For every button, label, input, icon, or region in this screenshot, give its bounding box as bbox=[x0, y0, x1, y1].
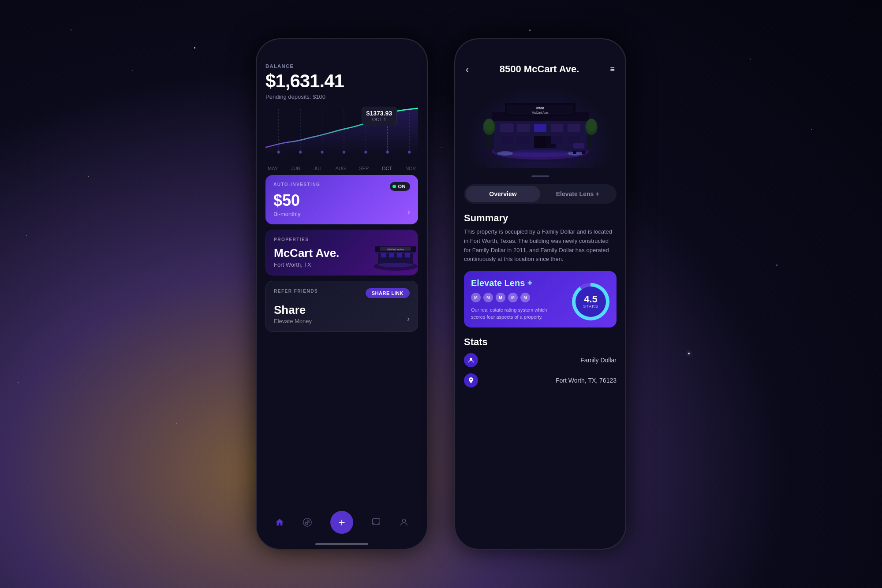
elevate-dot-4: M bbox=[508, 293, 518, 302]
elevate-dot-3: M bbox=[496, 293, 505, 302]
rating-label: STARS bbox=[583, 304, 598, 309]
elevate-dots: M M M M M bbox=[471, 293, 572, 302]
phone-notch-left bbox=[313, 39, 370, 54]
chart-months: MAY JUN JUL AUG SEP OCT NOV bbox=[265, 166, 418, 171]
svg-point-30 bbox=[403, 519, 406, 522]
svg-rect-49 bbox=[568, 136, 580, 144]
property-detail-image: 8500 McCart Ave. bbox=[464, 82, 617, 170]
month-nov: NOV bbox=[405, 166, 416, 171]
pending-deposits: Pending deposits: $100 bbox=[265, 93, 418, 100]
stat-icon-person bbox=[464, 353, 478, 367]
phone-notch-right bbox=[512, 39, 569, 54]
elevate-dot-2: M bbox=[483, 293, 493, 302]
month-sep: SEP bbox=[359, 166, 369, 171]
svg-rect-21 bbox=[381, 253, 386, 257]
stats-title: Stats bbox=[464, 336, 617, 348]
stat-tenant: Family Dollar bbox=[580, 357, 617, 364]
svg-rect-41 bbox=[517, 124, 530, 132]
right-phone: ‹ 8500 McCart Ave. ≡ bbox=[454, 38, 626, 550]
refer-chevron: › bbox=[407, 314, 410, 324]
svg-text:8500: 8500 bbox=[536, 106, 544, 110]
bottom-navigation: + bbox=[257, 505, 427, 549]
stat-icon-location bbox=[464, 373, 478, 387]
rating-number: 4.5 bbox=[584, 294, 598, 304]
svg-rect-23 bbox=[397, 253, 402, 257]
month-aug: AUG bbox=[336, 166, 346, 171]
svg-rect-42 bbox=[534, 124, 546, 132]
elevate-rating: 4.5 STARS bbox=[572, 283, 609, 320]
month-oct: OCT bbox=[382, 166, 392, 171]
auto-frequency: Bi-monthly bbox=[273, 211, 410, 217]
month-jul: JUL bbox=[314, 166, 322, 171]
tooltip-amount: $1373.93 bbox=[366, 110, 392, 117]
elevate-left: Elevate Lens + M M M M M Our real estate… bbox=[471, 278, 572, 320]
phones-container: BALANCE $1,631.41 Pending deposits: $100 bbox=[0, 0, 882, 588]
properties-card[interactable]: PROPERTIES McCart Ave. Fort Worth, TX bbox=[265, 230, 418, 275]
left-phone: BALANCE $1,631.41 Pending deposits: $100 bbox=[256, 38, 428, 550]
summary-title: Summary bbox=[464, 212, 617, 224]
svg-rect-48 bbox=[551, 136, 563, 144]
svg-rect-44 bbox=[568, 124, 580, 132]
stat-row-tenant: Family Dollar bbox=[464, 353, 617, 367]
tab-elevate-lens[interactable]: Elevate Lens + bbox=[540, 186, 615, 202]
svg-text:8500 McCart Ave.: 8500 McCart Ave. bbox=[387, 248, 404, 251]
elevate-dot-5: M bbox=[520, 293, 530, 302]
svg-point-53 bbox=[497, 151, 513, 156]
svg-point-65 bbox=[470, 358, 472, 360]
tooltip-date: OCT 1 bbox=[366, 117, 392, 122]
tab-overview[interactable]: Overview bbox=[466, 186, 540, 202]
nav-profile[interactable] bbox=[399, 517, 409, 527]
property-detail-title: 8500 McCart Ave. bbox=[500, 63, 579, 75]
refer-card[interactable]: REFER FRIENDS SHARE LINK Share Elevate M… bbox=[265, 281, 418, 332]
svg-point-57 bbox=[573, 151, 576, 154]
toggle-dot bbox=[392, 185, 396, 188]
back-button[interactable]: ‹ bbox=[466, 64, 469, 74]
svg-rect-22 bbox=[389, 253, 394, 257]
svg-rect-50 bbox=[534, 136, 546, 148]
refer-title: Share bbox=[274, 303, 410, 317]
stat-row-location: Fort Worth, TX, 76123 bbox=[464, 373, 617, 387]
svg-rect-46 bbox=[517, 136, 530, 144]
detail-tabs: Overview Elevate Lens + bbox=[464, 184, 617, 204]
refer-subtitle: Elevate Money bbox=[274, 318, 410, 324]
nav-messages[interactable] bbox=[371, 517, 381, 527]
svg-point-58 bbox=[582, 151, 585, 154]
property-building-image: 8500 McCart Ave. bbox=[371, 238, 418, 273]
auto-amount: $50 bbox=[273, 191, 410, 210]
summary-text: This property is occupied by a Family Do… bbox=[464, 227, 617, 264]
toggle-text: ON bbox=[398, 184, 406, 189]
elevate-lens-card[interactable]: Elevate Lens + M M M M M Our real estate… bbox=[464, 271, 617, 327]
svg-text:McCart Ave.: McCart Ave. bbox=[532, 111, 549, 114]
share-link-button[interactable]: SHARE LINK bbox=[366, 288, 410, 298]
property-detail-header: ‹ 8500 McCart Ave. ≡ bbox=[464, 63, 617, 75]
nav-add-button[interactable]: + bbox=[330, 511, 353, 534]
svg-rect-24 bbox=[405, 253, 410, 257]
auto-investing-toggle[interactable]: ON bbox=[390, 182, 411, 191]
property-image-background: 8500 McCart Ave. bbox=[464, 84, 617, 168]
refer-label: REFER FRIENDS bbox=[274, 289, 318, 294]
month-jun: JUN bbox=[291, 166, 300, 171]
sheet-handle bbox=[531, 175, 549, 177]
auto-investing-chevron: › bbox=[407, 207, 410, 216]
left-phone-content: BALANCE $1,631.41 Pending deposits: $100 bbox=[257, 39, 427, 549]
balance-label: BALANCE bbox=[265, 63, 418, 69]
chart-tooltip: $1373.93 OCT 1 bbox=[362, 107, 397, 125]
menu-button[interactable]: ≡ bbox=[610, 65, 615, 74]
month-may: MAY bbox=[268, 166, 278, 171]
refer-header: REFER FRIENDS SHARE LINK bbox=[274, 288, 410, 298]
elevate-description: Our real estate rating system which scor… bbox=[471, 307, 550, 320]
balance-chart: $1373.93 OCT 1 MAY JUN JUL AUG SEP OCT N… bbox=[265, 104, 418, 175]
svg-rect-45 bbox=[501, 136, 513, 144]
stat-address: Fort Worth, TX, 76123 bbox=[556, 377, 617, 384]
elevate-dot-1: M bbox=[471, 293, 481, 302]
svg-rect-43 bbox=[551, 124, 563, 132]
svg-point-61 bbox=[484, 119, 494, 132]
svg-point-27 bbox=[378, 263, 413, 267]
svg-rect-40 bbox=[501, 124, 513, 132]
auto-investing-card[interactable]: AUTO-INVESTING ON $50 Bi-monthly › bbox=[265, 175, 418, 224]
nav-bar bbox=[315, 543, 368, 545]
nav-home[interactable] bbox=[275, 517, 284, 527]
svg-rect-56 bbox=[573, 143, 584, 149]
nav-chart[interactable] bbox=[303, 517, 312, 527]
svg-point-64 bbox=[587, 119, 596, 132]
